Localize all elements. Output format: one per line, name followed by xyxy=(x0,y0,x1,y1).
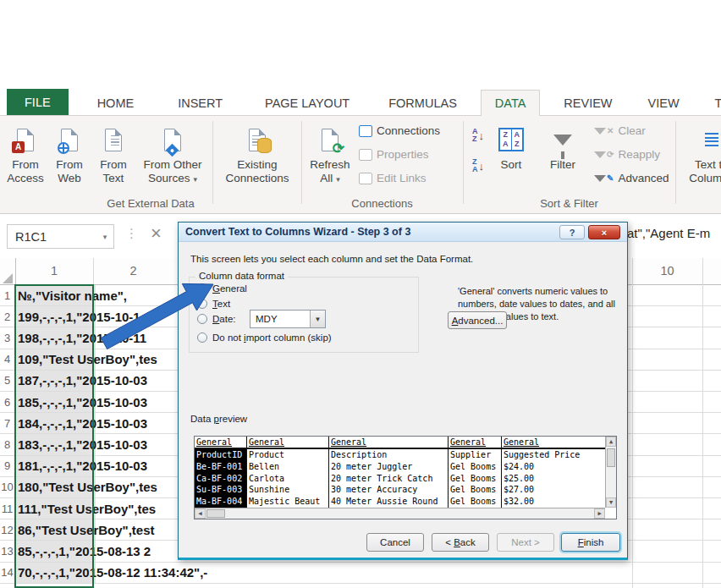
preview-horizontal-scrollbar[interactable]: ◀ ▶ xyxy=(195,508,605,519)
scroll-up-icon[interactable]: ▲ xyxy=(606,437,616,447)
tab-view[interactable]: VIEW xyxy=(635,91,693,115)
preview-row[interactable]: Be-BF-001Bellen20 meter JugglerGel Booms… xyxy=(195,461,605,473)
row-header[interactable]: 8 xyxy=(0,434,15,454)
dialog-help-button[interactable]: ? xyxy=(559,225,585,239)
row-header[interactable]: 1 xyxy=(0,285,15,305)
from-other-sources-button[interactable]: From Other Sources ▾ xyxy=(135,119,210,197)
finish-button[interactable]: Finish xyxy=(561,533,620,552)
column-header-2[interactable]: 2 xyxy=(93,264,173,278)
clear-filter-button[interactable]: ✕ Clear xyxy=(594,124,646,137)
text-to-columns-button[interactable]: Text to Columns xyxy=(682,119,721,197)
cell-column1[interactable]: 181,-,-,-,1,"2015-10-03 xyxy=(15,456,96,476)
cell-column1[interactable]: 86,"Test UserBoy",test xyxy=(15,519,96,540)
cell-column1[interactable]: 109,"Test UserBoy",tes xyxy=(15,349,96,370)
back-button[interactable]: < Back xyxy=(432,533,489,552)
name-box[interactable]: R1C1 ▾ xyxy=(7,224,114,249)
tab-formulas[interactable]: FORMULAS xyxy=(375,91,471,115)
scroll-right-icon[interactable]: ▶ xyxy=(594,508,605,519)
scroll-down-icon[interactable]: ▼ xyxy=(606,497,616,508)
radio-text[interactable]: Text xyxy=(197,299,230,309)
cancel-button[interactable]: Cancel xyxy=(366,533,424,552)
row-header[interactable]: 13 xyxy=(0,541,15,561)
from-web-button[interactable]: From Web xyxy=(49,119,90,197)
preview-row[interactable]: Su-BF-003Sunshine30 meter AccuracyGel Bo… xyxy=(195,484,605,496)
advanced-button[interactable]: Advanced... xyxy=(448,311,507,329)
tab-file[interactable]: FILE xyxy=(7,89,69,115)
connections-icon xyxy=(359,125,372,137)
row-header[interactable]: 7 xyxy=(0,413,15,433)
from-text-button[interactable]: From Text xyxy=(93,119,134,197)
sort-button[interactable]: ZAAZ Sort xyxy=(493,119,530,197)
formula-bar-content[interactable]: at","Agent E-m xyxy=(627,226,710,240)
next-button[interactable]: Next > xyxy=(497,533,554,552)
tab-home[interactable]: HOME xyxy=(84,91,148,115)
radio-date[interactable]: Date: xyxy=(197,314,236,324)
cell-column1[interactable]: 180,"Test UserBoy",tes xyxy=(15,477,96,497)
sort-descending-button[interactable]: ZA↓ xyxy=(467,155,489,177)
cell-column1[interactable]: 70,-,-,-,1,"2015-08-12 11:34:42",- xyxy=(15,563,96,583)
column-header-1[interactable]: 1 xyxy=(15,264,93,278)
cell-column1[interactable]: 187,-,-,-,1,"2015-10-03 xyxy=(15,371,96,391)
preview-column-format[interactable]: General xyxy=(502,437,605,448)
tab-team[interactable]: TEAM xyxy=(702,91,721,115)
row-header[interactable]: 6 xyxy=(0,392,15,412)
radio-general[interactable]: General xyxy=(197,283,247,294)
reapply-filter-button[interactable]: ⟳ Reapply xyxy=(594,148,660,161)
date-format-select[interactable]: MDY ▼ xyxy=(250,310,326,328)
formula-bar-grip-icon[interactable]: ⋮ xyxy=(125,226,138,241)
preview-vertical-scrollbar[interactable]: ▲ ▼ xyxy=(605,437,616,508)
preview-row[interactable]: Ca-BF-002Carlota20 meter Trick CatchGel … xyxy=(195,473,605,485)
row-header[interactable]: 14 xyxy=(0,563,15,583)
row-header[interactable]: 4 xyxy=(0,349,15,370)
row-header[interactable]: 5 xyxy=(0,371,15,391)
select-all-corner[interactable] xyxy=(3,273,13,283)
preview-row[interactable]: Ma-BF-004Majestic Beaut40 Meter Aussie R… xyxy=(195,496,605,508)
scrollbar-thumb[interactable] xyxy=(607,448,615,467)
from-access-button[interactable]: A From Access xyxy=(3,119,47,197)
preview-column-format[interactable]: General xyxy=(247,437,329,448)
cell-column1[interactable]: №,"Visitor name", xyxy=(15,285,96,305)
cell-column1[interactable]: 198,-,-,-,1,"2015-10-11 xyxy=(15,327,96,348)
properties-button[interactable]: Properties xyxy=(359,148,429,161)
cell-column1[interactable]: 184,-,-,-,1,"2015-10-03 xyxy=(15,413,96,433)
row-header[interactable]: 11 xyxy=(0,498,15,519)
cell-column1[interactable]: 183,-,-,-,1,"2015-10-03 xyxy=(15,434,96,454)
scrollbar-thumb[interactable] xyxy=(206,509,225,518)
connections-button[interactable]: Connections xyxy=(359,124,440,137)
row-header[interactable]: 12 xyxy=(0,519,15,540)
row-header[interactable]: 2 xyxy=(0,306,15,327)
tab-review[interactable]: REVIEW xyxy=(550,91,625,115)
dialog-close-button[interactable]: × xyxy=(588,225,620,239)
radio-text-label: Text xyxy=(212,299,230,309)
tab-insert[interactable]: INSERT xyxy=(164,91,236,115)
advanced-filter-button[interactable]: ✎ Advanced xyxy=(594,172,669,184)
preview-column-format[interactable]: General xyxy=(329,437,449,448)
dialog-title: Convert Text to Columns Wizard - Step 3 … xyxy=(179,226,410,238)
cell-column1[interactable]: 111,"Test UserBoy",tes xyxy=(15,498,96,519)
scroll-left-icon[interactable]: ◀ xyxy=(195,508,206,519)
select-dropdown-icon[interactable]: ▼ xyxy=(310,310,325,327)
dropdown-arrow-icon: ▾ xyxy=(193,175,197,184)
row-header[interactable]: 10 xyxy=(0,477,15,497)
cell-column1[interactable]: 199,-,-,-,1,"2015-10-1 xyxy=(15,306,96,327)
formula-cancel-icon[interactable]: × xyxy=(151,223,162,245)
name-box-dropdown-icon[interactable]: ▾ xyxy=(96,233,113,241)
cell-column1[interactable]: 85,-,-,-,1,"2015-08-13 2 xyxy=(15,541,96,561)
preview-row[interactable]: ProductIDProductDescriptionSupplierSugge… xyxy=(195,449,605,461)
preview-column-format[interactable]: General xyxy=(195,437,247,448)
sort-ascending-button[interactable]: AZ↓ xyxy=(467,124,489,146)
row-header[interactable]: 3 xyxy=(0,327,15,348)
refresh-all-button[interactable]: ⟳ Refresh All ▾ xyxy=(306,119,354,197)
from-text-icon xyxy=(105,123,122,157)
tab-page-layout[interactable]: PAGE LAYOUT xyxy=(251,91,363,115)
sheet-row: 14 70,-,-,-,1,"2015-08-12 11:34:42",- xyxy=(0,563,721,584)
filter-button[interactable]: Filter xyxy=(542,119,584,197)
edit-links-button[interactable]: Edit Links xyxy=(359,172,427,184)
preview-column-format[interactable]: General xyxy=(449,437,502,448)
radio-skip-column[interactable]: Do not import column (skip) xyxy=(197,332,332,343)
column-header-10[interactable]: 10 xyxy=(632,264,702,278)
existing-connections-button[interactable]: Existing Connections xyxy=(217,119,298,197)
tab-data[interactable]: DATA xyxy=(481,90,541,116)
row-header[interactable]: 9 xyxy=(0,456,15,476)
cell-column1[interactable]: 185,-,-,-,1,"2015-10-03 xyxy=(15,392,96,412)
